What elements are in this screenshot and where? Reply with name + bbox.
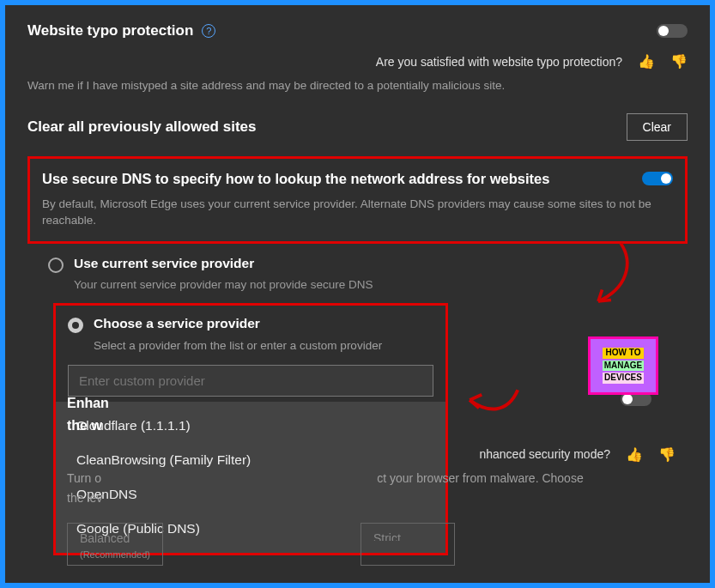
mode-balanced-tab[interactable]: Balanced (Recommended) — [67, 523, 163, 566]
clear-sites-row: Clear all previously allowed sites Clear — [27, 113, 688, 141]
radio-choose-provider[interactable]: Choose a service provider — [68, 316, 433, 333]
typo-description: Warn me if I have mistyped a site addres… — [27, 78, 688, 94]
enhance-title-frag1: Enhan — [67, 392, 109, 415]
clear-button[interactable]: Clear — [627, 113, 688, 141]
enhance-desc-frag2: the lev — [67, 488, 102, 507]
clear-sites-title: Clear all previously allowed sites — [27, 118, 256, 136]
typo-protection-row: Website typo protection ? — [27, 22, 688, 39]
dns-toggle[interactable] — [642, 172, 673, 185]
recommended-label: (Recommended) — [80, 548, 150, 563]
watermark-logo: HOW TO MANAGE DEVICES — [588, 336, 658, 395]
logo-line2: MANAGE — [603, 361, 644, 372]
thumbs-down-icon[interactable]: 👎 — [658, 444, 676, 466]
enhance-feedback-question: nhanced security mode? — [479, 445, 610, 464]
thumbs-up-icon[interactable]: 👍 — [626, 444, 643, 466]
radio-choose-sub: Select a provider from the list or enter… — [94, 338, 433, 355]
secure-dns-section: Use secure DNS to specify how to lookup … — [27, 156, 688, 244]
radio-current-sub: Your current service provider may not pr… — [74, 278, 688, 291]
thumbs-down-icon[interactable]: 👎 — [670, 53, 688, 70]
enhanced-security-section: Enhan the w nhanced security mode? 👍 👎 T… — [67, 392, 676, 566]
enhance-desc-frag1: Turn o — [67, 469, 102, 488]
help-icon[interactable]: ? — [202, 24, 215, 38]
dns-title: Use secure DNS to specify how to lookup … — [42, 171, 549, 187]
typo-title: Website typo protection — [27, 22, 193, 39]
typo-toggle[interactable] — [657, 24, 688, 38]
radio-current-label: Use current service provider — [74, 256, 254, 271]
thumbs-up-icon[interactable]: 👍 — [638, 53, 655, 70]
radio-current-provider[interactable]: Use current service provider — [48, 256, 688, 273]
enhance-desc-frag-right: ct your browser from malware. Choose — [377, 469, 583, 507]
typo-feedback-row: Are you satisfied with website typo prot… — [27, 53, 688, 70]
radio-choose-label: Choose a service provider — [94, 316, 260, 331]
strict-label: Strict — [373, 529, 442, 541]
radio-icon[interactable] — [68, 318, 83, 333]
typo-feedback-question: Are you satisfied with website typo prot… — [376, 55, 622, 69]
custom-provider-input[interactable] — [68, 365, 433, 397]
logo-line1: HOW TO — [603, 348, 645, 359]
enhance-title-frag2: the w — [67, 415, 102, 437]
mode-strict-tab[interactable]: Strict — [361, 523, 455, 566]
dns-description: By default, Microsoft Edge uses your cur… — [42, 196, 673, 229]
radio-icon[interactable] — [48, 258, 64, 273]
balanced-label: Balanced — [80, 529, 150, 548]
logo-line3: DEVICES — [603, 373, 644, 384]
